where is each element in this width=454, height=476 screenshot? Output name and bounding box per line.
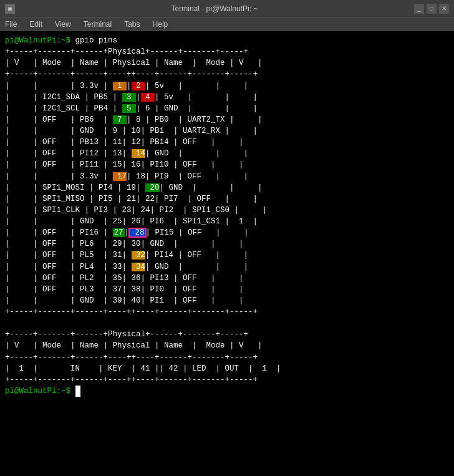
menu-file[interactable]: File (2, 19, 19, 30)
app-icon: ▣ (5, 4, 15, 14)
menu-edit[interactable]: Edit (27, 19, 45, 30)
maximize-button[interactable]: □ (427, 4, 437, 14)
prompt-line1: pi@WalnutPi:~$ (5, 36, 75, 45)
close-button[interactable]: ✕ (439, 4, 449, 14)
menu-bar: File Edit View Terminal Tabs Help (0, 17, 454, 31)
terminal-output: pi@WalnutPi:~$ gpio pins (5, 35, 449, 46)
menu-tabs[interactable]: Tabs (122, 19, 142, 30)
gpio-table: +-----+-------+------+Physical+------+--… (5, 46, 449, 386)
window-title: Terminal - pi@WalnutPi: ~ (171, 4, 258, 13)
prompt-line2: pi@WalnutPi:~$ (5, 387, 75, 396)
minimize-button[interactable]: _ (414, 4, 424, 14)
cursor (75, 386, 80, 397)
title-bar: ▣ Terminal - pi@WalnutPi: ~ _ □ ✕ (0, 0, 454, 17)
terminal-area[interactable]: pi@WalnutPi:~$ gpio pins +-----+-------+… (0, 31, 454, 476)
command-text: gpio pins (75, 36, 118, 45)
menu-help[interactable]: Help (150, 19, 171, 30)
menu-terminal[interactable]: Terminal (81, 19, 114, 30)
menu-view[interactable]: View (52, 19, 74, 30)
prompt-line2-container: pi@WalnutPi:~$ (5, 386, 449, 397)
window-controls[interactable]: _ □ ✕ (414, 4, 449, 14)
